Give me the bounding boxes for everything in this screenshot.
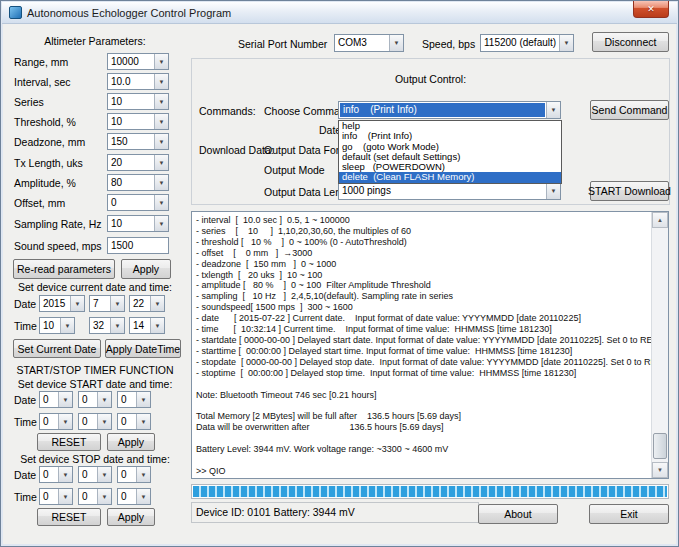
interval-combobox[interactable]: 10.0 ▼ (107, 73, 169, 90)
chevron-down-icon[interactable]: ▼ (136, 392, 150, 407)
about-button[interactable]: About (478, 504, 558, 524)
stop-date-month-combobox[interactable]: 0 ▼ (78, 466, 112, 483)
command-option-delete[interactable]: delete (Clean FLASH Memory) (339, 172, 561, 182)
chevron-down-icon[interactable]: ▼ (154, 216, 168, 231)
start-time-minute-combobox[interactable]: 0 ▼ (78, 413, 112, 430)
chevron-down-icon[interactable]: ▼ (150, 296, 164, 311)
chevron-down-icon[interactable]: ▼ (150, 318, 164, 333)
stop-reset-button[interactable]: RESET (37, 508, 101, 526)
serial-port-combobox[interactable]: COM3 ▼ (334, 34, 404, 52)
chevron-down-icon[interactable]: ▼ (154, 74, 168, 89)
chevron-down-icon[interactable]: ▼ (136, 467, 150, 482)
current-time-hour-combobox[interactable]: 10 ▼ (39, 317, 75, 334)
chevron-down-icon[interactable]: ▼ (136, 489, 150, 504)
send-command-button[interactable]: Send Command (590, 100, 669, 120)
close-button[interactable]: ✕ (633, 1, 669, 18)
scroll-up-icon[interactable]: ▲ (652, 212, 668, 228)
stop-apply-button[interactable]: Apply (107, 508, 155, 526)
speed-combobox[interactable]: 115200 (default) ▼ (480, 34, 574, 52)
output-data-length-value: 1000 pings (339, 183, 546, 199)
chevron-down-icon[interactable]: ▼ (154, 175, 168, 190)
current-date-day-value: 22 (130, 296, 150, 311)
chevron-down-icon[interactable]: ▼ (70, 296, 84, 311)
chevron-down-icon[interactable]: ▼ (154, 134, 168, 149)
chevron-down-icon[interactable]: ▼ (389, 35, 403, 51)
chevron-down-icon[interactable]: ▼ (154, 54, 168, 69)
start-reset-button[interactable]: RESET (37, 433, 101, 451)
stop-date-year-combobox[interactable]: 0 ▼ (39, 466, 73, 483)
chevron-down-icon[interactable]: ▼ (136, 414, 150, 429)
chevron-down-icon[interactable]: ▼ (97, 414, 111, 429)
chevron-down-icon[interactable]: ▼ (58, 467, 72, 482)
command-option-default[interactable]: default (set default Settings) (339, 152, 561, 162)
console-scrollbar[interactable]: ▲ ▼ (651, 212, 668, 478)
chevron-down-icon[interactable]: ▼ (110, 296, 124, 311)
threshold-combobox[interactable]: 10 ▼ (107, 113, 169, 130)
download-progress-bar (191, 484, 669, 499)
apply-parameters-button[interactable]: Apply (121, 259, 171, 279)
start-apply-button[interactable]: Apply (107, 433, 155, 451)
chevron-down-icon[interactable]: ▼ (546, 183, 560, 199)
start-date-month-combobox[interactable]: 0 ▼ (78, 391, 112, 408)
console-output[interactable]: - interval [ 10.0 sec ] 0.5, 1 ~ 100000 … (191, 211, 669, 479)
chevron-down-icon[interactable]: ▼ (559, 35, 573, 51)
chevron-down-icon[interactable]: ▼ (58, 489, 72, 504)
reread-parameters-button[interactable]: Re-read parameters (13, 259, 115, 279)
threshold-value: 10 (108, 114, 154, 129)
command-option-sleep[interactable]: sleep (POWERDOWN) (339, 162, 561, 172)
deadzone-combobox[interactable]: 150 ▼ (107, 133, 169, 150)
stop-date-day-combobox[interactable]: 0 ▼ (117, 466, 151, 483)
range-combobox[interactable]: 10000 ▼ (107, 53, 169, 70)
start-time-hour-combobox[interactable]: 0 ▼ (39, 413, 73, 430)
scroll-down-icon[interactable]: ▼ (652, 462, 668, 478)
title-bar[interactable]: Autonomous Echologger Control Program (2, 2, 677, 24)
scrollbar-thumb[interactable] (653, 433, 667, 459)
stop-time-hour-combobox[interactable]: 0 ▼ (39, 488, 73, 505)
command-option-info[interactable]: info (Print Info) (339, 131, 561, 141)
exit-button[interactable]: Exit (589, 504, 669, 524)
start-date-year-combobox[interactable]: 0 ▼ (39, 391, 73, 408)
start-download-button[interactable]: START Download (590, 181, 669, 201)
start-time-second-combobox[interactable]: 0 ▼ (117, 413, 151, 430)
stop-time-minute-combobox[interactable]: 0 ▼ (78, 488, 112, 505)
chevron-down-icon[interactable]: ▼ (546, 102, 560, 118)
chevron-down-icon[interactable]: ▼ (154, 94, 168, 109)
command-combobox[interactable]: info (Print Info) ▼ (338, 101, 561, 119)
current-date-day-combobox[interactable]: 22 ▼ (129, 295, 165, 312)
txlength-combobox[interactable]: 20 ▼ (107, 154, 169, 171)
chevron-down-icon[interactable]: ▼ (97, 489, 111, 504)
threshold-label: Threshold, % (14, 116, 76, 128)
stop-time-second-combobox[interactable]: 0 ▼ (117, 488, 151, 505)
sampling-rate-combobox[interactable]: 10 ▼ (107, 215, 169, 232)
current-time-second-combobox[interactable]: 14 ▼ (129, 317, 165, 334)
command-option-help[interactable]: help (339, 121, 561, 131)
current-date-year-combobox[interactable]: 2015 ▼ (39, 295, 85, 312)
chevron-down-icon[interactable]: ▼ (97, 392, 111, 407)
current-date-month-combobox[interactable]: 7 ▼ (89, 295, 125, 312)
chevron-down-icon[interactable]: ▼ (154, 195, 168, 210)
command-option-go[interactable]: go (goto Work Mode) (339, 142, 561, 152)
chevron-down-icon[interactable]: ▼ (60, 318, 74, 333)
current-time-minute-combobox[interactable]: 32 ▼ (89, 317, 125, 334)
chevron-down-icon[interactable]: ▼ (58, 414, 72, 429)
altimeter-heading: Altimeter Parameters: (9, 35, 181, 47)
start-date-day-combobox[interactable]: 0 ▼ (117, 391, 151, 408)
console-text: - interval [ 10.0 sec ] 0.5, 1 ~ 100000 … (192, 212, 651, 478)
chevron-down-icon[interactable]: ▼ (58, 392, 72, 407)
series-combobox[interactable]: 10 ▼ (107, 93, 169, 110)
offset-combobox[interactable]: 0 ▼ (107, 194, 169, 211)
series-value: 10 (108, 94, 154, 109)
chevron-down-icon[interactable]: ▼ (110, 318, 124, 333)
chevron-down-icon[interactable]: ▼ (97, 467, 111, 482)
amplitude-combobox[interactable]: 80 ▼ (107, 174, 169, 191)
chevron-down-icon[interactable]: ▼ (154, 155, 168, 170)
output-data-length-combobox[interactable]: 1000 pings ▼ (338, 182, 561, 200)
soundspeed-input[interactable]: 1500 (107, 237, 169, 254)
current-date-year-value: 2015 (40, 296, 70, 311)
chevron-down-icon[interactable]: ▼ (154, 114, 168, 129)
set-current-date-button[interactable]: Set Current Date (13, 339, 101, 358)
start-time-hour-value: 0 (40, 414, 58, 429)
disconnect-button[interactable]: Disconnect (592, 32, 669, 52)
apply-datetime-button[interactable]: Apply DateTime (105, 339, 181, 358)
current-date-month-value: 7 (90, 296, 110, 311)
